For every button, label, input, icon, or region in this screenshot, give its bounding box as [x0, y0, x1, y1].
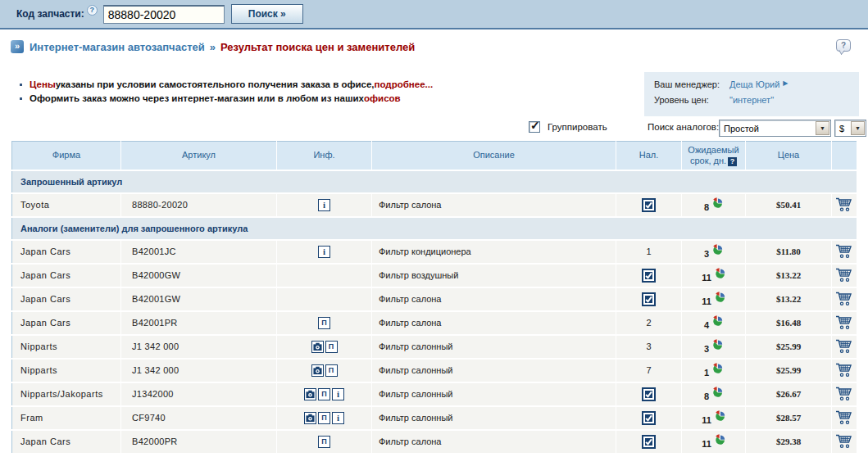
part-code-help-icon[interactable]: ? — [87, 5, 98, 16]
description-cell: Фильтр салона — [372, 430, 616, 454]
section-label: Запрошенный артикул — [12, 170, 857, 193]
add-to-cart-button[interactable] — [835, 433, 853, 449]
delivery-stats-pie-icon[interactable] — [712, 197, 723, 208]
term-value: 8 — [704, 202, 709, 212]
photo-icon[interactable] — [311, 341, 324, 353]
availability-count: 7 — [646, 365, 651, 375]
info-icon[interactable]: i — [332, 412, 344, 424]
delivery-stats-pie-icon[interactable] — [712, 315, 723, 326]
info-icon[interactable]: i — [318, 246, 330, 258]
window-icon[interactable]: П — [318, 317, 330, 329]
article-cell: B42001JC — [121, 240, 277, 264]
group-checkbox-label: Группировать — [548, 122, 607, 132]
result-row: Japan CarsB42000PRПФильтр салона11$29.38 — [12, 430, 857, 454]
article-cell: J1342000 — [121, 382, 277, 406]
part-code-input[interactable] — [103, 5, 225, 24]
bullet-icon — [20, 84, 22, 86]
window-icon[interactable]: П — [318, 412, 330, 424]
add-to-cart-button[interactable] — [835, 338, 853, 354]
manager-box: Ваш менеджер: Деща Юрий ▶ Уровень цен: "… — [644, 72, 859, 116]
column-header-Инф.: Инф. — [277, 142, 372, 170]
manager-label: Ваш менеджер: — [654, 79, 729, 89]
bullet-icon — [20, 97, 22, 100]
add-to-cart-button[interactable] — [835, 267, 853, 283]
window-icon[interactable]: П — [325, 364, 338, 377]
price-cell: $28.57 — [746, 406, 832, 430]
currency-select[interactable]: $ ▼ — [834, 120, 866, 137]
photo-icon[interactable] — [304, 388, 316, 400]
cart-cell — [832, 430, 857, 454]
photo-icon[interactable] — [311, 364, 324, 377]
term-value: 1 — [704, 368, 709, 378]
analog-mode-select[interactable]: Простой ▼ — [719, 120, 831, 137]
window-icon[interactable]: П — [318, 436, 330, 448]
description-cell: Фильтр салона — [372, 311, 616, 335]
cart-cell — [832, 359, 857, 382]
column-header-label: Фирма — [52, 150, 80, 160]
add-to-cart-button[interactable] — [835, 291, 853, 306]
manager-name-link[interactable]: Деща Юрий — [729, 79, 779, 89]
photo-icon[interactable] — [304, 412, 316, 424]
group-checkbox[interactable] — [529, 121, 540, 133]
in-stock-icon — [642, 387, 656, 401]
notice-link[interactable]: подробнее... — [375, 78, 434, 92]
price-cell: $29.38 — [746, 430, 832, 454]
add-to-cart-button[interactable] — [835, 314, 853, 330]
availability-cell — [616, 264, 682, 287]
add-to-cart-button[interactable] — [835, 386, 853, 401]
price-cell: $11.80 — [746, 240, 832, 264]
article-cell: CF9740 — [121, 406, 277, 430]
brand-cell: Nipparts — [12, 335, 121, 359]
term-cell: 1 — [682, 359, 746, 382]
results-table: ФирмаАртикулИнф.ОписаниеНал.Ожидаемый ср… — [11, 141, 857, 455]
add-to-cart-button[interactable] — [835, 409, 853, 425]
table-header-row: ФирмаАртикулИнф.ОписаниеНал.Ожидаемый ср… — [12, 142, 857, 170]
delivery-stats-pie-icon[interactable] — [715, 292, 725, 302]
add-to-cart-button[interactable] — [835, 243, 853, 259]
brand-cell: Fram — [12, 406, 121, 430]
notice-item: Цены указаны при условии самостоятельног… — [20, 78, 433, 92]
delivery-stats-pie-icon[interactable] — [715, 434, 725, 445]
breadcrumb-home-link[interactable]: Интернет-магазин автозапчастей — [30, 41, 205, 53]
price-level-value: "интернет" — [729, 95, 774, 105]
info-icons-cell: i — [277, 240, 372, 264]
add-to-cart-button[interactable] — [835, 362, 853, 378]
delivery-stats-pie-icon[interactable] — [715, 268, 725, 278]
info-icon[interactable]: i — [318, 199, 330, 211]
analog-mode-value: Простой — [720, 124, 815, 133]
availability-cell: 3 — [616, 335, 682, 359]
price-cell: $26.67 — [746, 382, 832, 406]
srok-help-icon[interactable]: ? — [728, 157, 737, 166]
delivery-stats-pie-icon[interactable] — [715, 410, 725, 421]
notices: Цены указаны при условии самостоятельног… — [20, 78, 433, 106]
delivery-stats-pie-icon[interactable] — [712, 387, 723, 397]
info-icons-cell — [277, 264, 372, 287]
availability-cell — [616, 430, 682, 454]
price-level-label: Уровень цен: — [654, 95, 729, 105]
page-help-icon[interactable]: ? — [836, 39, 851, 52]
notice-link[interactable]: офисов — [364, 92, 401, 106]
window-icon[interactable]: П — [318, 388, 330, 400]
info-icon[interactable]: i — [332, 388, 344, 400]
article-cell: B42001GW — [121, 287, 277, 311]
add-to-cart-button[interactable] — [835, 197, 853, 212]
info-icons-cell: П — [277, 359, 372, 382]
results-tbody: Запрошенный артикулToyota88880-20020iФил… — [12, 170, 857, 454]
availability-count: 1 — [646, 247, 651, 256]
price-cell: $16.48 — [746, 311, 832, 335]
description-cell: Фильтр кондиционера — [372, 240, 616, 264]
delivery-stats-pie-icon[interactable] — [712, 363, 723, 373]
breadcrumb-separator: » — [210, 41, 216, 53]
window-icon[interactable]: П — [325, 341, 338, 353]
term-cell: 3 — [682, 335, 746, 359]
brand-cell: Japan Cars — [12, 311, 121, 335]
delivery-stats-pie-icon[interactable] — [712, 339, 723, 350]
article-cell: 88880-20020 — [121, 193, 277, 217]
search-button[interactable]: Поиск » — [231, 4, 303, 24]
info-icons-cell: П — [277, 430, 372, 454]
term-cell: 11 — [682, 406, 746, 430]
in-stock-icon — [642, 435, 656, 449]
notice-item: Оформить заказ можно через интернет-мага… — [20, 92, 433, 106]
check-icon — [645, 201, 652, 209]
delivery-stats-pie-icon[interactable] — [712, 244, 723, 255]
